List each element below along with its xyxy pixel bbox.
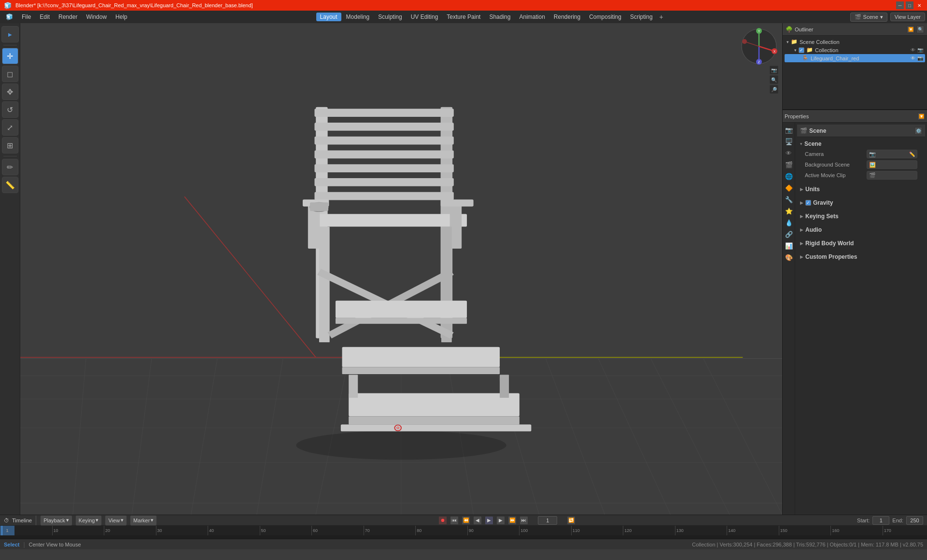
- scene-section-header[interactable]: ▾ Scene: [797, 139, 925, 149]
- maximize-button[interactable]: □: [906, 1, 913, 9]
- physics-props-btn[interactable]: 💧: [784, 217, 794, 228]
- gravity-checkbox[interactable]: ✓: [805, 200, 811, 206]
- prev-frame-btn[interactable]: ◀: [473, 516, 482, 525]
- gravity-section-header[interactable]: ▶ ✓ Gravity: [797, 198, 925, 208]
- outliner-filter-btn[interactable]: 🔽: [907, 26, 914, 33]
- active-movie-clip-value[interactable]: 🎬: [867, 171, 917, 180]
- outliner-search-btn[interactable]: 🔍: [916, 26, 924, 33]
- tab-layout[interactable]: Layout: [316, 13, 341, 21]
- current-frame-input[interactable]: 1: [538, 516, 557, 525]
- output-props-btn[interactable]: 🖥️: [784, 136, 794, 147]
- chair-camera-vis[interactable]: 📷: [917, 56, 923, 61]
- world-props-btn[interactable]: 🌐: [784, 171, 794, 182]
- viewport[interactable]: ▶ Object Mode ▾ Global ▾ ⊕ 🧲 ⊙ ⬜ ⬛ 🔵: [20, 23, 782, 515]
- viewport-shading-solid[interactable]: ⬛: [709, 26, 717, 34]
- outliner-collection[interactable]: ▾ ✓ 📁 Collection 👁 📷: [785, 46, 925, 54]
- tab-modeling[interactable]: Modeling: [342, 13, 374, 21]
- props-options-btn[interactable]: ⚙️: [914, 127, 922, 135]
- view-layer-props-btn[interactable]: 👁: [784, 148, 794, 158]
- background-scene-value[interactable]: 🖼️: [867, 160, 917, 169]
- record-btn[interactable]: ⏺: [438, 516, 447, 525]
- timeline-bar[interactable]: 1 10 20 30 40 50 60 70 80 90 100 110 120…: [0, 526, 927, 539]
- menu-blender[interactable]: 🧊: [2, 13, 17, 21]
- svg-line-13: [447, 359, 473, 515]
- tab-sculpting[interactable]: Sculpting: [374, 13, 406, 21]
- material-props-btn[interactable]: 🎨: [784, 252, 794, 263]
- annotate-tool[interactable]: ✏: [2, 159, 18, 175]
- viewport-shading-material[interactable]: 🔵: [719, 26, 728, 34]
- tab-animation[interactable]: Animation: [515, 13, 548, 21]
- minimize-button[interactable]: ─: [896, 1, 904, 9]
- end-frame-input[interactable]: 250: [906, 516, 923, 525]
- render-props-btn[interactable]: 📷: [784, 125, 794, 135]
- data-props-btn[interactable]: 📊: [784, 240, 794, 251]
- play-btn[interactable]: ▶: [485, 516, 493, 525]
- constraint-props-btn[interactable]: 🔗: [784, 229, 794, 239]
- jump-start-btn[interactable]: ⏮: [450, 516, 459, 525]
- particle-props-btn[interactable]: ⭐: [784, 206, 794, 216]
- rotate-tool[interactable]: ↺: [2, 101, 18, 118]
- prev-keyframe-btn[interactable]: ⏪: [462, 516, 470, 525]
- start-frame-input[interactable]: 1: [872, 516, 889, 525]
- object-props-btn[interactable]: 🔶: [784, 182, 794, 193]
- tab-rendering[interactable]: Rendering: [550, 13, 584, 21]
- outliner-title: Outliner: [795, 27, 814, 32]
- menu-help[interactable]: Help: [112, 13, 131, 21]
- tab-compositing[interactable]: Compositing: [585, 13, 625, 21]
- next-keyframe-btn[interactable]: ⏩: [508, 516, 517, 525]
- collection-eye[interactable]: 👁: [911, 47, 915, 53]
- props-filter-btn[interactable]: 🔽: [917, 112, 925, 120]
- loop-btn[interactable]: 🔁: [567, 516, 576, 525]
- units-section-arrow: ▶: [800, 187, 803, 192]
- search-vp-btn[interactable]: 🔎: [770, 85, 778, 94]
- camera-persp-btn[interactable]: 📷: [770, 66, 778, 74]
- close-button[interactable]: ✕: [915, 1, 923, 9]
- proportional-edit-btn[interactable]: ⊙: [128, 26, 137, 34]
- move-tool[interactable]: ✥: [2, 84, 18, 100]
- tab-uv-editing[interactable]: UV Editing: [407, 13, 442, 21]
- custom-props-section-header[interactable]: ▶ Custom Properties: [797, 252, 925, 262]
- measure-tool[interactable]: 📏: [2, 177, 18, 193]
- navigation-gizmo[interactable]: Y Z X 📷 🔍 🔎: [740, 27, 778, 66]
- outliner-scene-collection[interactable]: ▾ 📁 Scene Collection: [785, 38, 925, 46]
- scene-props-btn[interactable]: 🎬: [784, 159, 794, 170]
- tab-shading[interactable]: Shading: [485, 13, 514, 21]
- units-section-header[interactable]: ▶ Units: [797, 184, 925, 194]
- zoom-to-fit-btn[interactable]: 🔍: [770, 75, 778, 84]
- status-middle: Center View to Mouse: [29, 542, 81, 547]
- pivot-point-btn[interactable]: ⊕: [107, 26, 116, 34]
- rigid-body-section-header[interactable]: ▶ Rigid Body World: [797, 238, 925, 248]
- marker-dropdown[interactable]: Marker ▾: [130, 515, 157, 526]
- keying-sets-section-header[interactable]: ▶ Keying Sets: [797, 211, 925, 221]
- viewport-shading-wire[interactable]: ⬜: [698, 26, 707, 34]
- collection-camera[interactable]: 📷: [917, 47, 923, 53]
- audio-section-header[interactable]: ▶ Audio: [797, 225, 925, 235]
- playback-dropdown[interactable]: Playback ▾: [40, 515, 72, 526]
- mode-selector-btn[interactable]: ▶: [1, 26, 19, 42]
- menu-window[interactable]: Window: [82, 13, 111, 21]
- camera-value[interactable]: 📷 ✏️: [867, 150, 917, 158]
- scale-tool[interactable]: ⤢: [2, 119, 18, 136]
- scene-selector[interactable]: 🎬 Scene ▾: [850, 13, 887, 22]
- tab-scripting[interactable]: Scripting: [626, 13, 657, 21]
- select-tool[interactable]: ◻: [2, 66, 18, 82]
- scene-props-icon: 🎬: [800, 127, 807, 134]
- cursor-tool[interactable]: ✛: [2, 48, 18, 64]
- view-dropdown[interactable]: View ▾: [105, 515, 127, 526]
- viewport-shading-render[interactable]: ⭕: [730, 26, 739, 34]
- modifier-props-btn[interactable]: 🔧: [784, 194, 794, 205]
- next-frame-btn[interactable]: ▶: [496, 516, 505, 525]
- menu-edit[interactable]: Edit: [36, 13, 54, 21]
- menu-render[interactable]: Render: [55, 13, 81, 21]
- add-workspace-button[interactable]: +: [658, 13, 665, 21]
- jump-end-btn[interactable]: ⏭: [520, 516, 528, 525]
- collection-checkbox[interactable]: ✓: [799, 47, 804, 53]
- menu-file[interactable]: File: [18, 13, 35, 21]
- outliner-chair-object[interactable]: 🪑 Lifeguard_Chair_red 👁 📷: [785, 54, 925, 62]
- transform-tool[interactable]: ⊞: [2, 137, 18, 154]
- tab-texture-paint[interactable]: Texture Paint: [443, 13, 484, 21]
- snap-btn[interactable]: 🧲: [118, 26, 126, 34]
- chair-eye[interactable]: 👁: [911, 56, 915, 61]
- properties-tabs: Properties 🔽: [783, 110, 927, 123]
- keying-dropdown[interactable]: Keying ▾: [75, 515, 102, 526]
